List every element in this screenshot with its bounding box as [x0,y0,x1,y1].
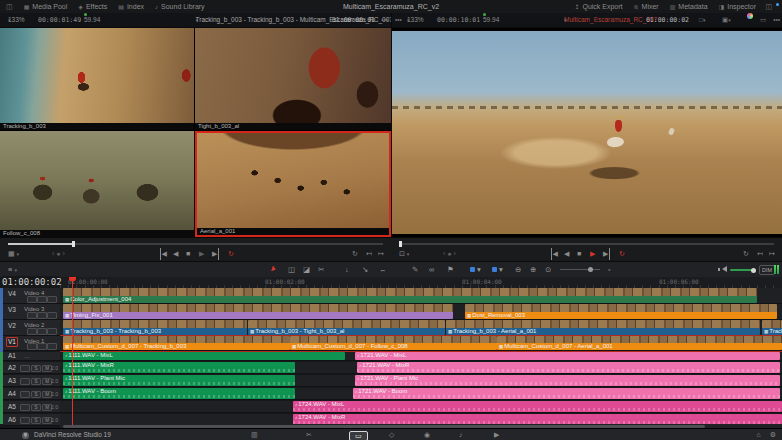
razor-tool-icon[interactable]: ✂ [318,262,324,277]
track-header-V1[interactable]: V1Video 1 [3,336,60,351]
timeline-clip[interactable]: ▦Tracking_b_003 - Aerial_a_001 [446,320,760,335]
page-button-deliver[interactable]: ▶ [494,429,499,440]
track-lock-icon[interactable] [27,312,37,319]
track-lock-icon[interactable] [20,378,30,385]
track-enable-icon[interactable] [37,328,47,335]
menu-button-quick-export[interactable]: ↥Quick Export [574,3,622,10]
track-header-A3[interactable]: A3SM2.0 [3,375,60,387]
track-badge-V1[interactable]: V1 [6,337,18,347]
track-solo-button[interactable]: S [31,391,41,398]
right-mark-out-icon[interactable]: ↦ [769,248,775,260]
track-lock-icon[interactable] [27,328,37,335]
crop-tool-icon[interactable]: ⊡ ▾ [399,248,409,260]
track-lane-V3[interactable]: ▦Timing_Fix_001▦Dust_Removal_003 [60,304,782,320]
track-enable-icon[interactable] [47,328,57,335]
menu-button-media-pool[interactable]: ▦Media Pool [24,3,68,10]
track-header-A1[interactable]: A1··· [3,352,60,361]
right-loop-button[interactable]: ↻ [619,248,625,260]
multicam-angle-aerial-selected[interactable]: Aerial_a_001 [195,131,391,237]
multicam-angle-tight[interactable]: Tight_b_003_al [195,28,391,130]
track-badge-V4[interactable]: V4 [6,289,18,299]
panel-toggle-icon[interactable]: ◫ [6,3,13,11]
track-lane-V1[interactable]: ▦Multicam_Custom_d_007 - Tracking_b_003▦… [60,336,782,351]
left-scrubber[interactable] [8,243,383,245]
track-badge-A1[interactable]: A1 [6,351,18,361]
clip-color-swatch[interactable] [470,267,475,272]
right-prev-clip-button[interactable]: ◀ [551,248,558,260]
track-lock-icon[interactable] [27,343,37,350]
track-lane-V4[interactable]: ▦Color_Adjustment_004 [60,288,782,304]
track-badge-A2[interactable]: A2 [6,363,18,373]
track-enable-icon[interactable] [47,296,57,303]
right-loop-range-icon[interactable]: ↻ [743,248,749,260]
right-mark-in-icon[interactable]: ↤ [757,248,763,260]
track-enable-icon[interactable] [37,296,47,303]
track-lane-A4[interactable]: ♪1111.WAV - Boom♪1721.WAV - Boom [60,388,782,400]
clip-color-caret[interactable]: ▾ [477,262,481,277]
left-next-clip-button[interactable]: ▶ [212,248,219,260]
overwrite-clip-icon[interactable]: ↘ [362,262,368,277]
page-button-edit[interactable]: ▭ [349,431,368,440]
dynamic-trim-icon[interactable]: ◪ [303,262,310,277]
playhead-line[interactable] [72,277,73,425]
page-button-media[interactable]: ▥ [251,429,258,440]
grab-still-icon[interactable]: ▣▾ [722,13,728,27]
track-badge-V3[interactable]: V3 [6,305,18,315]
multicam-angle-tracking[interactable]: Tracking_b_003 [0,28,194,130]
timeline-clip[interactable]: ♪1111.WAV - Plant Mic [63,375,295,386]
track-lane-A2[interactable]: ♪1111.WAV - MixR♪1721.WAV - MixR [60,362,782,374]
left-mark-out-icon[interactable]: ↦ [378,248,384,260]
menu-button-sound-library[interactable]: ♪Sound Library [155,3,205,10]
track-header-V4[interactable]: V4Video 4 [3,288,60,304]
track-lock-icon[interactable] [20,365,30,372]
multicam-display-mode-icon[interactable]: ▦ ▾ [8,248,19,260]
timeline-clip[interactable]: ▦Tracking [762,320,782,335]
timeline-clip[interactable]: ▦Color_Adjustment_004 [63,288,757,303]
speaker-icon[interactable] [722,266,727,272]
left-play-button[interactable]: ▶ [199,248,204,260]
track-lock-icon[interactable] [20,391,30,398]
timeline-clip[interactable]: ♪1721.WAV - MixL [355,352,780,360]
track-lane-A5[interactable]: ♪1724.WAV - MixL [60,401,782,413]
menu-button-inspector[interactable]: ◨Inspector [719,3,756,10]
track-badge-A3[interactable]: A3 [6,376,18,386]
page-button-color[interactable]: ◉ [424,429,430,440]
page-button-fusion[interactable]: ◇ [389,429,394,440]
trim-mode-icon[interactable]: ◫ [288,262,295,277]
dual-screen-icon[interactable]: ▭ [760,13,766,27]
right-viewer-options-icon[interactable]: ••• [395,13,402,27]
timeline-clip[interactable]: ▦Dust_Removal_003 [465,304,777,319]
track-solo-button[interactable]: S [31,365,41,372]
settings-gear-icon[interactable]: ⚙ [770,429,776,440]
track-header-V3[interactable]: V3Video 3 [3,304,60,320]
track-badge-A4[interactable]: A4 [6,389,18,399]
timeline-clip[interactable]: ♪1111.WAV - MixR [63,362,295,373]
track-header-A4[interactable]: A4SM2.0 [3,388,60,400]
left-viewer-options-icon[interactable]: ••• [381,13,388,27]
left-prev-clip-button[interactable]: ◀ [160,248,167,260]
left-jog-control[interactable]: ‹ ● › [52,248,65,260]
track-header-A2[interactable]: A2SM2.0 [3,362,60,374]
right-jog-control[interactable]: ‹ ● › [443,248,456,260]
track-solo-button[interactable]: S [31,417,41,424]
replace-clip-icon[interactable]: ↔ [379,262,387,277]
marker-color-swatch[interactable] [492,267,497,272]
track-lane-A3[interactable]: ♪1111.WAV - Plant Mic♪1721.WAV - Plant M… [60,375,782,387]
right-play-button[interactable]: ▶ [590,248,595,260]
project-home-icon[interactable]: ⌂ [756,429,760,440]
zoom-slider[interactable] [560,269,600,270]
page-button-cut[interactable]: ✂ [306,429,312,440]
selection-tool-icon[interactable] [271,266,277,273]
track-header-A5[interactable]: A5SM2.0 [3,401,60,413]
left-stop-button[interactable]: ■ [186,248,190,260]
timeline-clip[interactable]: ▦Multicam_Custom_d_007 - Aerial_a_001 [497,336,782,350]
timeline-clip[interactable]: ♪1721.WAV - Boom [353,388,780,399]
track-lock-icon[interactable] [20,417,30,424]
volume-slider[interactable] [730,269,754,271]
timeline-clip[interactable]: ▦Tracking_b_003 - Tight_b_003_al [248,320,445,335]
track-lane-V2[interactable]: ▦Tracking_b_003 - Tracking_b_003▦Trackin… [60,320,782,336]
right-stop-button[interactable]: ■ [577,248,581,260]
menu-button-effects[interactable]: ◈Effects [78,3,107,10]
track-header-V2[interactable]: V2Video 2 [3,320,60,336]
menu-button-index[interactable]: ▤Index [118,3,144,10]
